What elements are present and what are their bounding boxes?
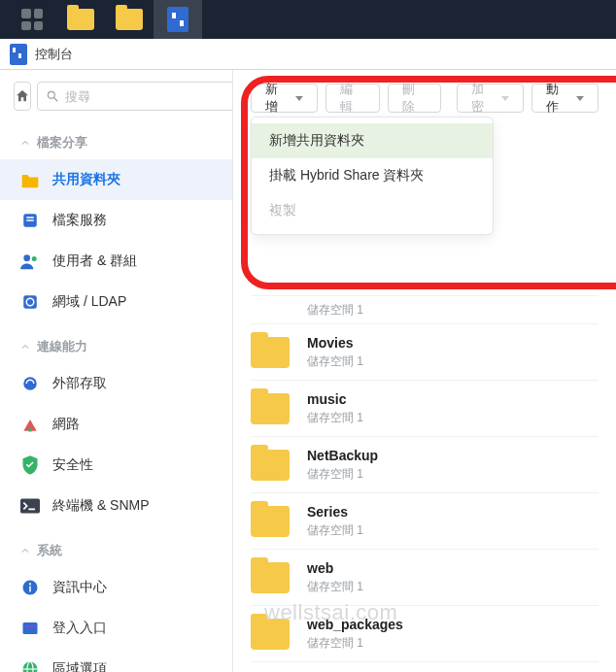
sidebar-item-external-access[interactable]: 外部存取	[0, 363, 232, 404]
folder-row[interactable]: web_packages儲存空間 1	[251, 606, 599, 662]
sidebar-item-label: 網域 / LDAP	[52, 293, 126, 311]
action-button[interactable]: 動作	[531, 84, 599, 113]
sidebar-item-login-portal[interactable]: 登入入口	[0, 608, 232, 649]
sidebar-item-label: 檔案服務	[52, 212, 107, 229]
sidebar-item-label: 共用資料夾	[52, 171, 120, 188]
section-system[interactable]: 系統	[0, 534, 232, 567]
folder-sub: 儲存空間 1	[307, 302, 363, 319]
folder-row[interactable]: Series儲存空間 1	[251, 493, 599, 550]
search-box[interactable]	[37, 82, 233, 111]
taskbar-folder-1[interactable]	[56, 0, 105, 39]
chevron-up-icon	[19, 137, 31, 149]
domain-icon	[19, 291, 41, 313]
sidebar-item-label: 使用者 & 群組	[52, 252, 137, 270]
sidebar-item-label: 區域選項	[52, 660, 107, 672]
folder-icon	[67, 9, 94, 30]
folder-name: Series	[307, 504, 363, 520]
svg-rect-16	[25, 625, 36, 627]
folder-sub: 儲存空間 1	[307, 579, 363, 595]
sidebar-item-label: 網路	[52, 416, 80, 433]
sidebar-item-label: 資訊中心	[52, 579, 107, 596]
folder-icon	[251, 506, 290, 537]
svg-point-14	[29, 583, 31, 585]
folder-sub: 儲存空間 1	[307, 353, 363, 370]
folder-row[interactable]: music儲存空間 1	[251, 381, 599, 437]
taskbar-folder-2[interactable]	[105, 0, 154, 39]
new-button[interactable]: 新增	[251, 84, 318, 113]
terminal-icon	[19, 495, 41, 517]
chevron-down-icon	[576, 96, 584, 101]
control-panel-icon	[167, 7, 188, 32]
svg-line-1	[54, 98, 58, 102]
chevron-up-icon	[19, 341, 31, 353]
folder-sub: 儲存空間 1	[307, 522, 363, 539]
sidebar-item-label: 登入入口	[52, 620, 107, 637]
sidebar: 檔案分享 共用資料夾 檔案服務 使用者 & 群組 網域 / LDAP	[0, 70, 233, 672]
svg-rect-15	[23, 622, 38, 634]
shield-icon	[19, 454, 41, 476]
section-connectivity[interactable]: 連線能力	[0, 330, 232, 363]
folder-icon	[19, 169, 41, 190]
dashboard-button[interactable]	[8, 0, 56, 39]
sidebar-item-file-services[interactable]: 檔案服務	[0, 200, 232, 241]
globe-icon	[19, 658, 41, 672]
sidebar-item-label: 外部存取	[52, 375, 107, 392]
window-title: 控制台	[35, 46, 73, 63]
search-input[interactable]	[65, 89, 228, 104]
home-icon	[15, 88, 30, 104]
taskbar-control-panel[interactable]	[154, 0, 202, 39]
svg-rect-4	[26, 219, 34, 221]
folder-row[interactable]: web儲存空間 1	[251, 550, 599, 606]
sidebar-item-network[interactable]: 網路	[0, 404, 232, 445]
grid-icon	[21, 9, 43, 30]
svg-point-5	[23, 254, 30, 261]
svg-point-9	[23, 377, 37, 390]
encrypt-button[interactable]: 加密	[457, 84, 524, 113]
section-file-share[interactable]: 檔案分享	[0, 126, 232, 159]
dropdown-new-shared-folder[interactable]: 新增共用資料夾	[252, 123, 493, 158]
folder-name: web	[307, 560, 363, 576]
folder-row[interactable]: NetBackup儲存空間 1	[251, 437, 599, 493]
os-taskbar	[0, 0, 616, 39]
sidebar-item-security[interactable]: 安全性	[0, 445, 232, 486]
toolbar: 新增 編輯 刪除 加密 動作	[233, 70, 616, 122]
folder-icon	[116, 9, 143, 30]
svg-point-6	[32, 256, 37, 261]
folder-name: NetBackup	[307, 448, 378, 463]
search-icon	[46, 89, 59, 103]
network-icon	[19, 414, 41, 435]
svg-rect-7	[23, 295, 37, 309]
file-services-icon	[19, 210, 41, 231]
chevron-up-icon	[19, 545, 31, 556]
edit-button[interactable]: 編輯	[325, 84, 380, 113]
sidebar-item-domain-ldap[interactable]: 網域 / LDAP	[0, 282, 232, 322]
folder-icon	[251, 393, 290, 424]
sidebar-item-info-center[interactable]: 資訊中心	[0, 567, 232, 608]
link-icon	[19, 373, 41, 394]
sidebar-item-users-groups[interactable]: 使用者 & 群組	[0, 241, 232, 282]
dropdown-mount-hybrid[interactable]: 掛載 Hybrid Share 資料夾	[252, 158, 493, 193]
folder-name: Movies	[307, 335, 363, 351]
svg-rect-3	[26, 217, 34, 218]
sidebar-item-shared-folder[interactable]: 共用資料夾	[0, 159, 232, 200]
sidebar-item-terminal-snmp[interactable]: 終端機 & SNMP	[0, 486, 232, 526]
folder-icon	[251, 337, 290, 368]
home-button[interactable]	[14, 82, 31, 111]
window-titlebar: 控制台	[0, 39, 616, 70]
main-pane: 新增 編輯 刪除 加密 動作 新增共用資料夾 掛載 Hybrid Share 資…	[233, 70, 616, 672]
folder-sub: 儲存空間 1	[307, 466, 378, 483]
sidebar-item-label: 終端機 & SNMP	[52, 497, 150, 515]
svg-rect-10	[28, 428, 31, 431]
delete-button[interactable]: 刪除	[388, 84, 442, 113]
folder-row[interactable]: Movies儲存空間 1	[251, 324, 599, 381]
folder-row[interactable]: 儲存空間 1	[251, 295, 599, 324]
dropdown-copy: 複製	[252, 193, 493, 228]
folder-sub: 儲存空間 1	[307, 635, 403, 652]
new-dropdown: 新增共用資料夾 掛載 Hybrid Share 資料夾 複製	[251, 117, 494, 235]
svg-rect-13	[29, 587, 31, 592]
chevron-down-icon	[501, 96, 509, 101]
folder-name: music	[307, 391, 363, 407]
sidebar-item-regional[interactable]: 區域選項	[0, 649, 232, 672]
svg-rect-11	[20, 499, 40, 514]
folder-icon	[251, 619, 290, 650]
